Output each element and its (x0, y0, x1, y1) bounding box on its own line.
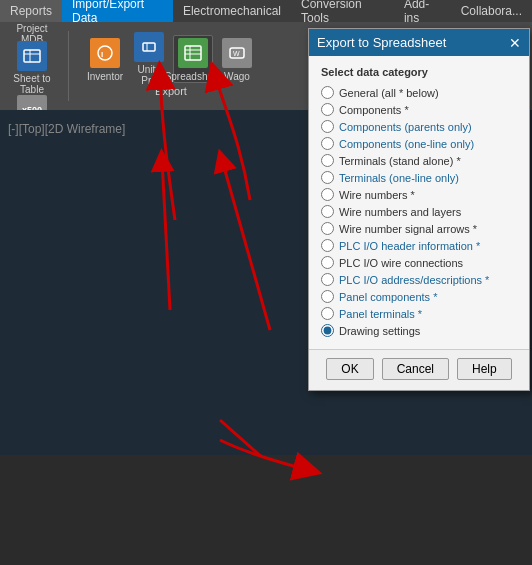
svg-rect-4 (24, 50, 40, 62)
dialog-titlebar: Export to Spreadsheet ✕ (309, 29, 529, 56)
menubar-item-electromechanical[interactable]: Electromechanical (173, 0, 291, 22)
radio-wire-signal[interactable] (321, 222, 334, 235)
export-dialog: Export to Spreadsheet ✕ Select data cate… (308, 28, 530, 391)
ribbon-icon-spreadsheet[interactable]: Spreadsheet (173, 35, 213, 83)
ribbon-label-inventor: Inventor (87, 71, 123, 82)
radio-option-plc-address[interactable]: PLC I/O address/descriptions * (321, 273, 517, 286)
radio-option-general[interactable]: General (all * below) (321, 86, 517, 99)
ribbon-icon-wago[interactable]: W Wago (217, 35, 257, 83)
radio-label-components: Components * (339, 104, 409, 116)
radio-label-plc-address: PLC I/O address/descriptions * (339, 274, 489, 286)
ribbon-export-group-label: Export (155, 85, 187, 97)
menubar-item-importexport[interactable]: Import/Export Data (62, 0, 173, 22)
radio-components-oneline[interactable] (321, 137, 334, 150)
radio-general[interactable] (321, 86, 334, 99)
radio-option-plc-header[interactable]: PLC I/O header information * (321, 239, 517, 252)
radio-label-plc-wire: PLC I/O wire connections (339, 257, 463, 269)
radio-panel-terminals[interactable] (321, 307, 334, 320)
svg-line-20 (220, 420, 310, 455)
menubar-item-addins[interactable]: Add-ins (394, 0, 451, 22)
svg-rect-11 (185, 46, 201, 60)
radio-label-wire-numbers: Wire numbers * (339, 189, 415, 201)
radio-label-wire-signal: Wire number signal arrows * (339, 223, 477, 235)
radio-label-components-parents: Components (parents only) (339, 121, 472, 133)
radio-plc-header[interactable] (321, 239, 334, 252)
radio-label-terminals-oneline: Terminals (one-line only) (339, 172, 459, 184)
radio-label-drawing-settings: Drawing settings (339, 325, 420, 337)
svg-text:I: I (101, 50, 103, 59)
svg-rect-9 (143, 43, 155, 51)
radio-option-components-oneline[interactable]: Components (one-line only) (321, 137, 517, 150)
help-button[interactable]: Help (457, 358, 512, 380)
radio-components[interactable] (321, 103, 334, 116)
radio-option-panel-components[interactable]: Panel components * (321, 290, 517, 303)
dialog-close-button[interactable]: ✕ (509, 36, 521, 50)
radio-wire-numbers[interactable] (321, 188, 334, 201)
radio-label-terminals-standalone: Terminals (stand alone) * (339, 155, 461, 167)
radio-option-drawing-settings[interactable]: Drawing settings (321, 324, 517, 337)
radio-option-panel-terminals[interactable]: Panel terminals * (321, 307, 517, 320)
menubar-item-reports[interactable]: Reports (0, 0, 62, 22)
dialog-title: Export to Spreadsheet (317, 35, 446, 50)
ribbon-export-icons: I Inventor Unity Pro S (85, 35, 257, 83)
ribbon-icon-sheettotable[interactable]: Sheet to Table (12, 44, 52, 92)
menubar-item-collabora[interactable]: Collabora... (451, 0, 532, 22)
ribbon-label-wago: Wago (224, 71, 250, 82)
radio-terminals-oneline[interactable] (321, 171, 334, 184)
radio-plc-wire[interactable] (321, 256, 334, 269)
radio-panel-components[interactable] (321, 290, 334, 303)
radio-option-wire-numbers[interactable]: Wire numbers * (321, 188, 517, 201)
menubar-item-conversiontools[interactable]: Conversion Tools (291, 0, 394, 22)
radio-components-parents[interactable] (321, 120, 334, 133)
radio-option-wire-numbers-layers[interactable]: Wire numbers and layers (321, 205, 517, 218)
dialog-body: Select data category General (all * belo… (309, 56, 529, 349)
radio-plc-address[interactable] (321, 273, 334, 286)
radio-terminals-standalone[interactable] (321, 154, 334, 167)
cancel-button[interactable]: Cancel (382, 358, 449, 380)
radio-option-components-parents[interactable]: Components (parents only) (321, 120, 517, 133)
radio-option-plc-wire[interactable]: PLC I/O wire connections (321, 256, 517, 269)
radio-wire-numbers-layers[interactable] (321, 205, 334, 218)
ribbon-label-spreadsheet: Spreadsheet (165, 71, 222, 82)
radio-label-panel-components: Panel components * (339, 291, 437, 303)
svg-text:W: W (233, 50, 240, 57)
radio-option-terminals-oneline[interactable]: Terminals (one-line only) (321, 171, 517, 184)
cad-viewport-label: [-][Top][2D Wireframe] (8, 122, 125, 136)
ribbon-group-export: I Inventor Unity Pro S (77, 26, 265, 106)
ribbon-label-sheettotable: Sheet to Table (12, 73, 52, 95)
dialog-section-label: Select data category (321, 66, 517, 78)
menubar: Reports Import/Export Data Electromechan… (0, 0, 532, 22)
radio-drawing-settings[interactable] (321, 324, 334, 337)
radio-label-wire-numbers-layers: Wire numbers and layers (339, 206, 461, 218)
dialog-footer: OK Cancel Help (309, 349, 529, 390)
radio-label-general: General (all * below) (339, 87, 439, 99)
ok-button[interactable]: OK (326, 358, 373, 380)
ribbon-icon-inventor[interactable]: I Inventor (85, 35, 125, 83)
radio-option-terminals-standalone[interactable]: Terminals (stand alone) * (321, 154, 517, 167)
radio-label-components-oneline: Components (one-line only) (339, 138, 474, 150)
radio-option-components[interactable]: Components * (321, 103, 517, 116)
ribbon-icon-unitypro[interactable]: Unity Pro (129, 35, 169, 83)
radio-label-panel-terminals: Panel terminals * (339, 308, 422, 320)
radio-option-wire-signal[interactable]: Wire number signal arrows * (321, 222, 517, 235)
ribbon-divider-1 (68, 31, 69, 101)
svg-line-18 (162, 160, 170, 310)
ribbon-group-1: Project MDB Sheet to Table x500 x 500 (4, 26, 60, 106)
ribbon-label-unitypro: Unity Pro (129, 64, 169, 86)
svg-line-19 (222, 160, 270, 330)
radio-label-plc-header: PLC I/O header information * (339, 240, 480, 252)
